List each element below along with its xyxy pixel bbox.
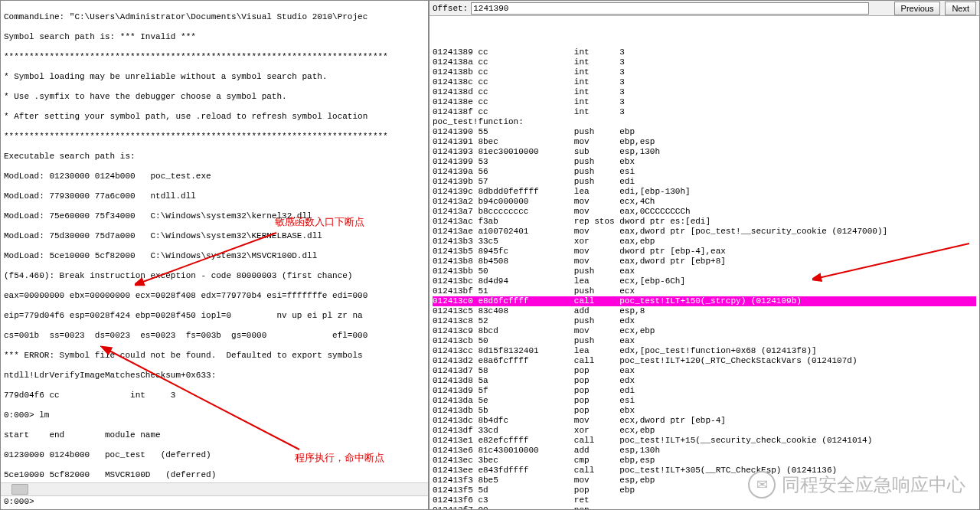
disasm-row[interactable]: 012413c5 83c408 add esp,8 <box>433 306 976 316</box>
disasm-row[interactable]: 01241399 53 push ebx <box>433 157 976 167</box>
status-bar[interactable]: 0:000> <box>1 495 428 509</box>
module-header: start end module name <box>4 430 425 440</box>
registers3: cs=001b ss=0023 ds=0023 es=0023 fs=003b … <box>4 331 425 341</box>
disasm-row[interactable]: 012413f3 8be5 mov esp,ebp <box>433 476 976 485</box>
stars: ****************************************… <box>4 52 425 62</box>
disasm-row[interactable]: 01241393 81ec30010000 sub esp,130h <box>433 147 976 157</box>
offset-label: Offset: <box>433 4 468 13</box>
disasm-row[interactable]: 012413b8 8b4508 mov eax,dword ptr [ebp+8… <box>433 257 976 266</box>
disasm-row[interactable]: 012413a2 b94c000000 mov ecx,4Ch <box>433 197 976 207</box>
command-output[interactable]: CommandLine: "C:\Users\Administrator\Doc… <box>1 1 428 482</box>
horizontal-scrollbar[interactable] <box>1 482 428 495</box>
disasm-row[interactable]: 012413b3 33c5 xor eax,ebp <box>433 237 976 247</box>
command-output-pane: CommandLine: "C:\Users\Administrator\Doc… <box>0 0 429 510</box>
disassembly-pane: Offset: Previous Next 01241389 cc int 30… <box>429 0 980 510</box>
disasm-row[interactable]: 012413cb 50 push eax <box>433 336 976 346</box>
disasm-row[interactable]: 012413bf 51 push ecx <box>433 286 976 296</box>
disasm-row[interactable]: 012413dc 8b4dfc mov ecx,dword ptr [ebp-4… <box>433 416 976 426</box>
disasm-row[interactable]: 0124139a 56 push esi <box>433 167 976 177</box>
disasm-row[interactable]: 012413f5 5d pop ebp <box>433 485 976 495</box>
error-line: *** ERROR: Symbol file could not be foun… <box>4 351 425 361</box>
stars2: ****************************************… <box>4 132 425 142</box>
disasm-row[interactable]: 012413db 5b pop ebx <box>433 406 976 416</box>
registers2: eip=779d04f6 esp=0028f424 ebp=0028f450 i… <box>4 311 425 321</box>
disasm-row[interactable]: 012413bb 50 push eax <box>433 266 976 276</box>
offset-toolbar: Offset: Previous Next <box>430 1 979 16</box>
modload5: ModLoad: 5ce10000 5cf82000 C:\Windows\sy… <box>4 251 425 261</box>
disasm-row[interactable]: 012413e6 81c430010000 add esp,130h <box>433 446 976 456</box>
disasm-row[interactable]: 0124138e cc int 3 <box>433 97 976 107</box>
disasm-row[interactable]: 012413cc 8d15f8132401 lea edx,[poc_test!… <box>433 346 976 356</box>
prompt-lm: 0:000> lm <box>4 410 425 420</box>
warn2: * Use .symfix to have the debugger choos… <box>4 92 425 102</box>
disasm-row[interactable]: 01241389 cc int 3 <box>433 47 976 57</box>
scrollbar-thumb[interactable] <box>11 484 28 495</box>
disasm-row[interactable]: 012413e1 e82efcffff call poc_test!ILT+15… <box>433 436 976 446</box>
disasm-row[interactable]: 0124138b cc int 3 <box>433 67 976 77</box>
disasm-row[interactable]: 012413f7 90 nop <box>433 505 976 509</box>
ntdll-line2: 779d04f6 cc int 3 <box>4 391 425 400</box>
disasm-row[interactable]: 012413d7 58 pop eax <box>433 366 976 376</box>
sym-search: Symbol search path is: *** Invalid *** <box>4 32 425 42</box>
disasm-row[interactable]: 01241391 8bec mov ebp,esp <box>433 137 976 147</box>
disasm-row[interactable]: poc_test!function: <box>433 117 976 127</box>
disasm-row[interactable]: 012413da 5e pop esi <box>433 396 976 406</box>
disasm-row[interactable]: 0124139c 8dbdd0feffff lea edi,[ebp-130h] <box>433 187 976 197</box>
modload4: ModLoad: 75d30000 75d7a000 C:\Windows\sy… <box>4 231 425 241</box>
disasm-row[interactable]: 012413c0 e8d6fcffff call poc_test!ILT+15… <box>433 296 976 306</box>
disasm-row[interactable]: 012413ee e843fdffff call poc_test!ILT+30… <box>433 466 976 476</box>
previous-button[interactable]: Previous <box>894 2 941 15</box>
module2: 5ce10000 5cf82000 MSVCR100D (deferred) <box>4 470 425 480</box>
disasm-row[interactable]: 012413ec 3bec cmp ebp,esp <box>433 456 976 466</box>
disasm-row[interactable]: 012413d8 5a pop edx <box>433 376 976 386</box>
disasm-row[interactable]: 0124138f cc int 3 <box>433 107 976 117</box>
disasm-row[interactable]: 012413f6 c3 ret <box>433 495 976 505</box>
module1: 01230000 0124b000 poc_test (deferred) <box>4 450 425 460</box>
break-notice: (f54.460): Break instruction exception -… <box>4 271 425 281</box>
disassembly-listing[interactable]: 01241389 cc int 30124138a cc int 3012413… <box>430 16 979 509</box>
disasm-row[interactable]: 012413ac f3ab rep stos dword ptr es:[edi… <box>433 217 976 227</box>
disasm-row[interactable]: 012413df 33cd xor ecx,ebp <box>433 426 976 436</box>
registers1: eax=00000000 ebx=00000000 ecx=0028f408 e… <box>4 291 425 301</box>
next-button[interactable]: Next <box>945 2 976 15</box>
modload1: ModLoad: 01230000 0124b000 poc_test.exe <box>4 172 425 181</box>
disasm-row[interactable]: 01241390 55 push ebp <box>433 127 976 137</box>
disasm-row[interactable]: 0124139b 57 push edi <box>433 177 976 187</box>
disasm-row[interactable]: 0124138a cc int 3 <box>433 57 976 67</box>
disasm-row[interactable]: 012413d9 5f pop edi <box>433 386 976 396</box>
cmdline: CommandLine: "C:\Users\Administrator\Doc… <box>4 12 425 22</box>
disasm-row[interactable]: 012413bc 8d4d94 lea ecx,[ebp-6Ch] <box>433 276 976 286</box>
offset-input[interactable] <box>471 2 869 15</box>
warn1: * Symbol loading may be unreliable witho… <box>4 72 425 82</box>
modload2: ModLoad: 77930000 77a6c000 ntdll.dll <box>4 191 425 201</box>
disasm-row[interactable]: 012413a7 b8cccccccc mov eax,0CCCCCCCCh <box>433 207 976 217</box>
disasm-row[interactable]: 0124138c cc int 3 <box>433 77 976 87</box>
ntdll-line: ntdll!LdrVerifyImageMatchesChecksum+0x63… <box>4 371 425 381</box>
warn3: * After setting your symbol path, use .r… <box>4 112 425 122</box>
disasm-row[interactable]: 012413ae a100702401 mov eax,dword ptr [p… <box>433 227 976 237</box>
disasm-row[interactable]: 012413d2 e8a6fcffff call poc_test!ILT+12… <box>433 356 976 366</box>
disasm-row[interactable]: 0124138d cc int 3 <box>433 87 976 97</box>
disasm-row[interactable]: 012413b5 8945fc mov dword ptr [ebp-4],ea… <box>433 247 976 257</box>
disasm-row[interactable]: 012413c9 8bcd mov ecx,ebp <box>433 326 976 336</box>
exe-search: Executable search path is: <box>4 152 425 162</box>
modload3: ModLoad: 75e60000 75f34000 C:\Windows\sy… <box>4 211 425 221</box>
disasm-row[interactable]: 012413c8 52 push edx <box>433 316 976 326</box>
